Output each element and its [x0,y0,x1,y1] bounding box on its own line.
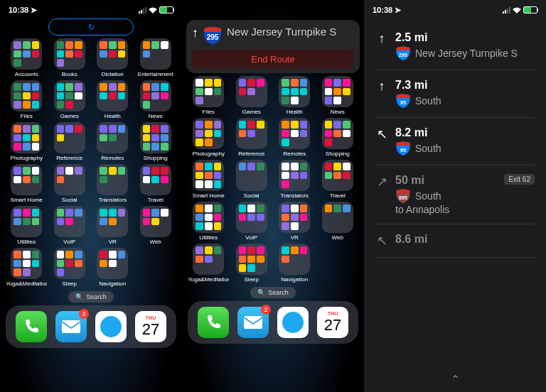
folder-social[interactable]: Social [231,160,273,199]
folder-news[interactable]: News [317,76,359,115]
folder-files[interactable]: Files [188,76,230,115]
folder-sleep[interactable]: Sleep [49,248,91,287]
folder-icon [140,206,171,237]
folder-label: Photography [11,155,43,161]
dock-safari[interactable] [95,311,127,342]
signal-icon [503,7,510,13]
nav-banner[interactable]: ↑ 295 New Jersey Turnpike S End Route [186,20,360,73]
folder-files[interactable]: Files [6,80,48,119]
direction-step[interactable]: ↑7.3 mi95South [375,70,535,118]
folder-icon [54,38,85,70]
folder-smarthome[interactable]: Smart Home [6,164,48,203]
folder-entertainment[interactable]: Entertainment [135,38,177,77]
mail-badge: 2 [261,305,271,315]
folder-icon [11,38,42,70]
folder-utilities[interactable]: Utilities [188,202,230,241]
folder-health[interactable]: Health [92,80,134,119]
dock-calendar[interactable]: THU27 [135,311,166,342]
battery-icon [523,6,537,13]
folder-remotes[interactable]: Remotes [274,118,316,157]
folder-icon [97,38,128,70]
svg-point-4 [282,312,304,333]
folder-vr[interactable]: VR [92,206,134,245]
direction-label: New Jersey Turnpike S [415,48,518,59]
folder-icon [322,118,353,149]
direction-distance: 7.3 mi [395,79,535,92]
folder-navigation[interactable]: Navigation [92,248,134,287]
folder-photography[interactable]: Photography [6,122,48,161]
folder-icon [11,248,42,279]
folder-label: Shopping [144,155,168,161]
folder-icon [236,202,267,233]
route-shield-icon: 95 [395,93,411,109]
direction-step[interactable]: ↖8.6 mi [375,224,535,258]
dynamic-island-pill[interactable]: ↻ [48,18,134,36]
folder-dictation[interactable]: Dictation [92,38,134,77]
folder-icon [193,244,224,275]
directions-list[interactable]: ↑2.5 mi295New Jersey Turnpike S↑7.3 mi95… [364,17,546,263]
folder-voip[interactable]: VoIP [49,206,91,245]
folder-reference[interactable]: Reference [231,118,273,157]
folder-yogameditation[interactable]: Yoga&Meditation [6,248,48,287]
status-bar: 10:38 ➤ [364,0,546,17]
nav-route-name: New Jersey Turnpike S [227,26,336,38]
folder-travel[interactable]: Travel [317,160,359,199]
folder-voip[interactable]: VoIP [231,202,273,241]
dock-calendar[interactable]: THU27 [317,307,348,338]
folder-reference[interactable]: Reference [49,122,91,161]
direction-step[interactable]: ↖8.2 mi95South [375,118,535,165]
folder-icon [279,76,310,107]
location-icon: ➤ [31,6,37,15]
folder-translators[interactable]: Translators [92,164,134,203]
folder-shopping[interactable]: Shopping [135,122,177,161]
folder-label: VR [109,239,117,245]
exit-badge: Exit 62 [504,174,535,185]
folder-remotes[interactable]: Remotes [92,122,134,161]
folder-travel[interactable]: Travel [135,164,177,203]
folder-sleep[interactable]: Sleep [231,244,273,283]
folder-label: Files [21,113,33,119]
folder-label: Photography [193,151,225,157]
folder-games[interactable]: Games [231,76,273,115]
folder-icon [322,160,353,191]
folder-label: Games [242,109,261,115]
dock-safari[interactable] [277,307,309,338]
folder-social[interactable]: Social [49,164,91,203]
folder-web[interactable]: Web [135,206,177,245]
folder-icon [193,202,224,233]
folder-label: News [331,109,345,115]
search-button[interactable]: 🔍 Search [68,291,114,303]
dock-phone[interactable] [198,307,229,338]
folder-icon [97,164,128,195]
folder-accounts[interactable]: Accounts [6,38,48,77]
folder-books[interactable]: Books [49,38,91,77]
direction-step[interactable]: ↗50 mi895Southto AnnapolisExit 62 [375,165,535,224]
svg-text:295: 295 [399,53,407,58]
folder-photography[interactable]: Photography [188,118,230,157]
folder-yogameditation[interactable]: Yoga&Meditation [188,244,230,283]
folder-vr[interactable]: VR [274,202,316,241]
dock-mail[interactable]: 2 [237,307,269,338]
folder-news[interactable]: News [135,80,177,119]
folder-navigation[interactable]: Navigation [274,244,316,283]
folder-label: Health [105,113,121,119]
folder-icon [97,206,128,237]
search-icon: 🔍 [75,293,83,300]
folder-web[interactable]: Web [317,202,359,241]
end-route-button[interactable]: End Route [192,50,354,69]
direction-step[interactable]: ↑2.5 mi295New Jersey Turnpike S [375,23,535,70]
folder-shopping[interactable]: Shopping [317,118,359,157]
folder-label: Travel [330,192,346,199]
dock-phone[interactable] [16,311,47,342]
search-button[interactable]: 🔍 Search [250,287,296,298]
folder-smarthome[interactable]: Smart Home [188,160,230,199]
folder-translators[interactable]: Translators [274,160,316,199]
folder-label: Yoga&Meditation [188,276,229,283]
folder-games[interactable]: Games [49,80,91,119]
folder-label: Games [60,113,79,119]
folder-label: VR [291,234,299,241]
folder-utilities[interactable]: Utilities [6,206,48,245]
dock-mail[interactable]: 2 [55,311,87,342]
pull-handle-icon[interactable]: ⌃ [451,373,460,386]
folder-health[interactable]: Health [274,76,316,115]
